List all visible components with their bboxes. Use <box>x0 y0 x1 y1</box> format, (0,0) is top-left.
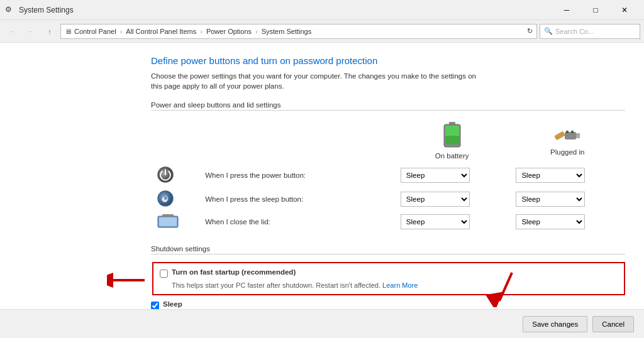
label-col-header <box>199 118 394 163</box>
battery-icon <box>443 122 462 150</box>
learn-more-link[interactable]: Learn More <box>382 281 418 289</box>
breadcrumb-current: System Settings <box>262 28 311 35</box>
content-area: Define power buttons and turn on passwor… <box>0 43 644 309</box>
lid-battery-select[interactable]: Sleep Hibernate Shut down Do nothing <box>401 214 470 229</box>
power-settings-table: On battery Plugged in <box>151 118 625 232</box>
power-btn-battery-cell: Sleep Hibernate Shut down Do nothing <box>394 163 510 187</box>
search-box[interactable]: 🔍 Search Co... <box>540 24 640 39</box>
power-btn-icon-cell <box>151 163 199 187</box>
left-arrow-icon <box>107 271 151 290</box>
svg-rect-7 <box>571 131 574 133</box>
sleep-checkbox-row: Sleep <box>151 300 625 309</box>
sep2: › <box>200 28 203 35</box>
shutdown-settings-section: Turn on fast startup (recommended) This … <box>151 262 625 309</box>
fast-startup-row: Turn on fast startup (recommended) <box>160 268 618 278</box>
close-button[interactable]: ✕ <box>610 0 639 20</box>
system-settings-window: ⚙ System Settings ─ □ ✕ ← → ↑ 🖥 Control … <box>0 0 644 338</box>
svg-point-11 <box>158 191 173 206</box>
sleep-btn-battery-cell: Sleep Hibernate Shut down Do nothing <box>394 187 510 211</box>
svg-rect-14 <box>162 214 174 217</box>
forward-button[interactable]: → <box>23 24 39 39</box>
sleep-btn-icon-cell <box>151 187 199 211</box>
svg-rect-4 <box>554 131 565 141</box>
address-breadcrumb[interactable]: 🖥 Control Panel › All Control Panel Item… <box>60 24 537 39</box>
back-button[interactable]: ← <box>4 24 20 39</box>
section2-header: Shutdown settings <box>151 245 625 254</box>
minimize-button[interactable]: ─ <box>552 0 581 20</box>
page-title: Define power buttons and turn on passwor… <box>151 55 625 66</box>
lid-label: When I close the lid: <box>199 211 394 232</box>
power-btn-plugged-select[interactable]: Sleep Hibernate Shut down Do nothing <box>516 168 585 183</box>
sleep-btn-label: When I press the sleep button: <box>199 187 394 211</box>
svg-rect-13 <box>159 217 177 226</box>
plugged-col-header: Plugged in <box>509 118 625 163</box>
cancel-button[interactable]: Cancel <box>592 316 634 332</box>
sleep-btn-plugged-select[interactable]: Sleep Hibernate Shut down Do nothing <box>516 192 585 207</box>
power-btn-label: When I press the power button: <box>199 163 394 187</box>
power-btn-battery-select[interactable]: Sleep Hibernate Shut down Do nothing <box>401 168 470 183</box>
breadcrumb-all: All Control Panel Items <box>126 28 196 35</box>
sleep-item: Sleep Show in Power menu. <box>151 300 625 309</box>
red-arrow-right-container <box>480 270 518 309</box>
breadcrumb-icon: 🖥 <box>65 28 72 35</box>
svg-rect-6 <box>566 131 569 133</box>
window-controls: ─ □ ✕ <box>552 0 639 20</box>
battery-col-header: On battery <box>394 118 510 163</box>
refresh-icon: ↻ <box>527 27 533 35</box>
sleep-checkbox[interactable] <box>151 302 159 309</box>
footer: Save changes Cancel <box>0 309 644 338</box>
sleep-btn-battery-select[interactable]: Sleep Hibernate Shut down Do nothing <box>401 192 470 207</box>
power-btn-plugged-cell: Sleep Hibernate Shut down Do nothing <box>509 163 625 187</box>
lid-plugged-cell: Sleep Hibernate Shut down Do nothing <box>509 211 625 232</box>
table-row: When I press the power button: Sleep Hib… <box>151 163 625 187</box>
svg-rect-0 <box>449 122 455 124</box>
fast-startup-strong-label: Turn on fast startup (recommended) <box>172 268 296 276</box>
up-button[interactable]: ↑ <box>42 24 58 39</box>
battery-label: On battery <box>435 152 469 160</box>
fast-startup-label[interactable]: Turn on fast startup (recommended) <box>172 268 296 276</box>
search-placeholder: Search Co... <box>555 28 594 35</box>
app-icon: ⚙ <box>5 5 15 15</box>
right-arrow-icon <box>480 270 518 307</box>
sleep-checkbox-label[interactable]: Sleep <box>163 300 182 308</box>
lid-battery-cell: Sleep Hibernate Shut down Do nothing <box>394 211 510 232</box>
maximize-button[interactable]: □ <box>581 0 610 20</box>
section1-header: Power and sleep buttons and lid settings <box>151 101 625 111</box>
sep3: › <box>255 28 258 35</box>
plugged-label: Plugged in <box>550 148 584 156</box>
fast-startup-checkbox[interactable] <box>160 270 168 278</box>
lid-icon <box>157 214 179 228</box>
breadcrumb-text: Control Panel <box>74 28 116 35</box>
svg-line-18 <box>499 273 512 301</box>
sleep-btn-plugged-cell: Sleep Hibernate Shut down Do nothing <box>509 187 625 211</box>
icon-col-header <box>151 118 199 163</box>
lid-plugged-select[interactable]: Sleep Hibernate Shut down Do nothing <box>516 214 585 229</box>
window-title: System Settings <box>19 6 552 14</box>
table-row: When I press the sleep button: Sleep Hib… <box>151 187 625 211</box>
sleep-label: Sleep <box>163 300 182 308</box>
svg-rect-3 <box>445 136 459 144</box>
svg-rect-8 <box>576 133 580 138</box>
page-description: Choose the power settings that you want … <box>151 71 478 91</box>
search-icon: 🔍 <box>544 27 553 35</box>
fast-startup-box: Turn on fast startup (recommended) This … <box>152 262 625 295</box>
fast-startup-desc: This helps start your PC faster after sh… <box>172 281 618 289</box>
titlebar: ⚙ System Settings ─ □ ✕ <box>0 0 644 20</box>
breadcrumb-power: Power Options <box>206 28 252 35</box>
plug-icon <box>553 126 581 146</box>
sleep-button-icon <box>157 190 174 207</box>
red-arrow-left <box>107 271 151 292</box>
power-button-icon <box>157 166 174 183</box>
addressbar: ← → ↑ 🖥 Control Panel › All Control Pane… <box>0 20 644 43</box>
lid-icon-cell <box>151 211 199 232</box>
save-changes-button[interactable]: Save changes <box>523 316 587 332</box>
fast-startup-desc-text: This helps start your PC faster after sh… <box>172 281 380 289</box>
sep1: › <box>120 28 123 35</box>
table-row: When I close the lid: Sleep Hibernate Sh… <box>151 211 625 232</box>
